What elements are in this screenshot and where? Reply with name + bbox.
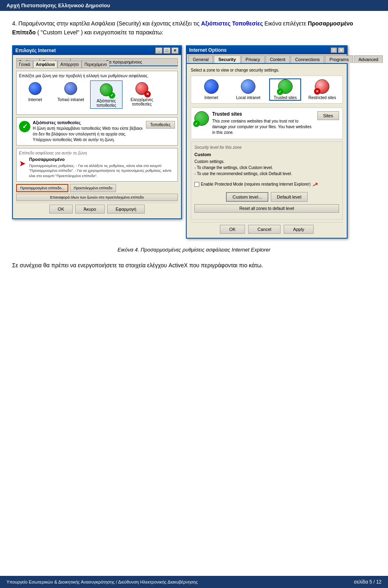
io-ok-button[interactable]: OK: [220, 225, 245, 234]
level-content: ➤ Προσαρμοσμένο Προσαρμοσμένες ρυθμίσεις…: [19, 157, 175, 179]
intro-end: ( "Custom Level" ) και ενεργοποιείτε τα …: [37, 29, 163, 36]
tab-aporreto[interactable]: Απόρρητο: [57, 61, 81, 68]
tab-connections[interactable]: Connections: [291, 55, 324, 63]
tab-programs[interactable]: Programs: [325, 55, 353, 63]
no-overlay: ✕: [144, 91, 151, 97]
zone-restricted[interactable]: ✕ Ελεγχόμενες τοποθεσίες: [126, 80, 158, 109]
tab-security[interactable]: Security: [214, 55, 240, 63]
security-level-section: Επίπεδο ασφάλειας για αυτήν τη ζώνη ➤ Πρ…: [16, 148, 178, 182]
io-trusted-zone-icon: ✓: [278, 79, 293, 94]
io-titlebar-buttons: ? ✕: [331, 47, 344, 53]
zone-intranet-label: Τοπικό intranet: [57, 97, 84, 102]
io-body: Select a zone to view or change security…: [187, 64, 347, 238]
highlight-trusted-sites: Αξιόπιστες Τοποθεσίες: [201, 20, 263, 27]
io-security-title: Security level for this zone: [194, 145, 339, 150]
zone-trusted[interactable]: ✓ Αξιόπιστες τοποθεσίες: [90, 80, 122, 109]
intranet-globe: [64, 82, 77, 95]
topoθεσίες-button[interactable]: Τοποθεσίες: [146, 121, 175, 129]
zone-internet[interactable]: Internet: [19, 80, 51, 109]
trusted-description-box: ✓ Αξιόπιστες τοποθεσίες Η ζώνη αυτή περι…: [16, 117, 178, 146]
io-intranet-icon: [241, 79, 255, 94]
tab-asfaleia[interactable]: Ασφάλεια: [33, 61, 58, 68]
io-reset-all-button[interactable]: Reset all zones to default level: [194, 204, 339, 213]
intro-text: Παραμένοντας στην καρτέλα Ασφάλεια (Secu…: [19, 20, 200, 27]
zone-intranet[interactable]: Τοπικό intranet: [55, 80, 87, 109]
io-restricted-label: Restricted sites: [308, 95, 336, 100]
io-trusted-desc: This zone contains websites that you tru…: [212, 118, 314, 135]
level-text-area: Προσαρμοσμένο Προσαρμοσμένες ρυθμίσεις. …: [29, 157, 175, 179]
io-zone-internet[interactable]: Internet: [196, 79, 226, 100]
io-sites-button[interactable]: Sites: [317, 111, 339, 120]
io-security-level: Security level for this zone Custom Cust…: [191, 142, 343, 220]
trusted-title-greek: Αξιόπιστες τοποθεσίες: [33, 120, 143, 125]
trusted-icon-zone: ✓: [98, 82, 114, 98]
desc-text-area: Αξιόπιστες τοποθεσίες Η ζώνη αυτή περιλα…: [33, 120, 143, 143]
zone-internet-label: Internet: [28, 97, 42, 102]
tab-periehomeno[interactable]: Περιεχόμενο: [82, 61, 110, 68]
ok-button-greek[interactable]: OK: [49, 205, 73, 214]
io-titlebar: Internet Options ? ✕: [187, 46, 347, 54]
io-restricted-no: ✕: [314, 88, 321, 95]
red-arrow-indicator: ➤: [19, 159, 26, 168]
internet-options-dialog: Internet Options ? ✕ General Security Pr…: [186, 45, 348, 239]
green-check: ✓: [19, 121, 30, 132]
io-zone-trusted[interactable]: ✓ Trusted sites: [270, 79, 300, 100]
level-section-title: Επίπεδο ασφάλειας για αυτήν τη ζώνη: [19, 151, 175, 155]
intranet-icon: [63, 80, 79, 97]
apply-button-greek[interactable]: Εφαρμογή: [107, 205, 145, 214]
io-intranet-globe: [241, 79, 255, 94]
bottom-buttons-greek: Προσαρμοσμένο επίπεδο... Προεπιλεγμένο ε…: [16, 184, 178, 192]
io-trusted-check: ✓: [277, 89, 283, 95]
io-close-btn[interactable]: ✕: [338, 47, 344, 53]
section-number: 4.: [12, 20, 17, 27]
intro-middle: Εικόνα επιλέγετε: [264, 20, 308, 27]
io-tabs: General Security Privacy Content Connect…: [187, 54, 347, 64]
io-trusted-zone-label: Trusted sites: [274, 95, 297, 100]
zone-restricted-label: Ελεγχόμενες τοποθεσίες: [126, 97, 158, 106]
custom-level-button-greek[interactable]: Προσαρμοσμένο επίπεδο...: [16, 184, 68, 192]
io-restricted-globe: ✕: [315, 79, 329, 94]
internet-icon: [27, 80, 43, 97]
io-custom-level-button[interactable]: Custom level...: [226, 192, 268, 202]
main-content: 4. Παραμένοντας στην καρτέλα Ασφάλεια (S…: [0, 11, 388, 294]
io-internet-icon: [204, 79, 219, 94]
io-help-btn[interactable]: ?: [331, 47, 337, 53]
tab-genika[interactable]: Γενικά: [16, 61, 33, 68]
trusted-check-overlay: ✓: [109, 92, 115, 99]
default-level-button-greek[interactable]: Προεπιλεγμένο επίπεδο: [70, 184, 116, 192]
footer-left: Υπουργείο Εσωτερικών & Διοικητικής Ανασυ…: [6, 580, 198, 584]
cancel-button-greek[interactable]: Άκυρο: [75, 205, 105, 214]
io-apply-button[interactable]: Apply: [284, 225, 314, 234]
desc-check-icon: ✓: [19, 121, 30, 143]
greek-dialog-title: Επιλογές Internet: [15, 48, 56, 53]
tab-general[interactable]: General: [188, 55, 213, 63]
screenshots-row: Επιλογές Internet _ □ ✕ Συνδέσεις Προγρά…: [12, 45, 376, 239]
greek-dialog: Επιλογές Internet _ □ ✕ Συνδέσεις Προγρά…: [12, 45, 182, 219]
titlebar-buttons: _ □ ✕: [155, 47, 179, 54]
io-cancel-button[interactable]: Cancel: [248, 225, 280, 234]
io-zone-restricted[interactable]: ✕ Restricted sites: [307, 79, 337, 100]
level-name: Προσαρμοσμένο: [29, 157, 175, 162]
close-btn[interactable]: ✕: [171, 47, 179, 54]
globe: [29, 82, 42, 95]
reset-button-greek[interactable]: Επαναφορά όλων των ζωνών στο προεπιλεγμέ…: [16, 194, 178, 201]
intro-paragraph: 4. Παραμένοντας στην καρτέλα Ασφάλεια (S…: [12, 19, 376, 37]
protected-mode-checkbox[interactable]: [194, 182, 199, 187]
io-protected-mode-row: Enable Protected Mode (requires restarti…: [194, 180, 339, 189]
restore-btn[interactable]: □: [163, 47, 171, 54]
io-intranet-label: Local intranet: [236, 95, 260, 100]
io-zone-local-intranet[interactable]: Local intranet: [233, 79, 264, 100]
header-title: Αρχή Πιστοποίησης Ελληνικού Δημοσίου: [6, 2, 110, 8]
io-internet-label: Internet: [205, 95, 218, 100]
protected-mode-label: Enable Protected Mode (requires restarti…: [201, 182, 310, 186]
minimize-btn[interactable]: _: [155, 47, 162, 54]
page-header: Αρχή Πιστοποίησης Ελληνικού Δημοσίου: [0, 0, 388, 11]
io-internet-globe: [204, 79, 219, 94]
red-cursor-indicator: ↗: [311, 179, 319, 189]
page-footer: Υπουργείο Εσωτερικών & Διοικητικής Ανασυ…: [0, 576, 388, 588]
tab-content[interactable]: Content: [266, 55, 290, 63]
tab-advanced[interactable]: Advanced: [354, 55, 383, 63]
tab-privacy[interactable]: Privacy: [241, 55, 265, 63]
io-default-level-button[interactable]: Default level: [271, 192, 308, 202]
io-trusted-panel-check: ✓: [193, 121, 200, 127]
